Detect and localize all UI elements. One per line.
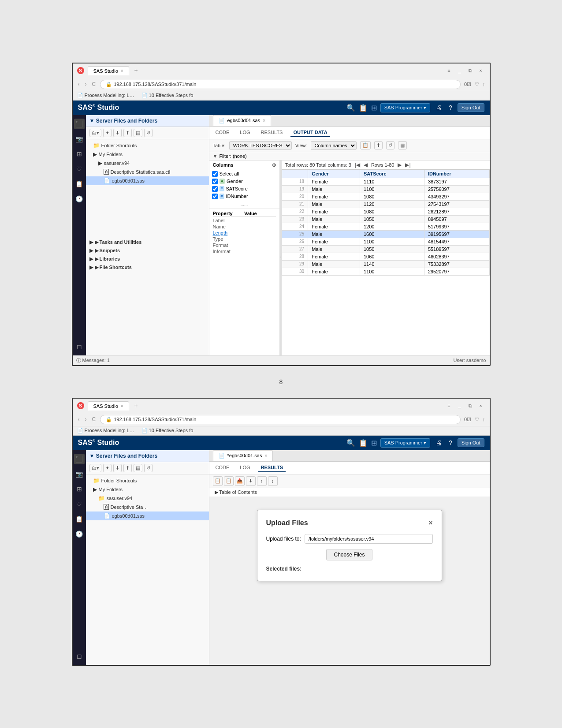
sidebar-egbs-file[interactable]: 📄 egbs00d01.sas [86,176,209,185]
properties-btn[interactable]: ▤ [134,129,142,137]
upload-path-input[interactable] [305,534,433,544]
minimize-btn[interactable]: _ [455,66,464,75]
col-item-idnumber[interactable]: # IDNumber [209,193,279,200]
sidebar-sasuser-2[interactable]: 📁 sasuser.v94 [86,494,209,503]
nav-icon-square-2[interactable]: ◻ [74,651,85,661]
prev-page-btn[interactable]: ◀ [364,162,368,168]
choose-files-btn[interactable]: Choose Files [326,549,372,560]
sidebar-desc-stats-2[interactable]: 🄰 Descriptive Sta… [86,503,209,511]
forward-btn[interactable]: › [84,81,88,87]
sidebar-title[interactable]: ▼ Server Files and Folders [86,115,209,127]
nav-icon-heart[interactable]: ♡ [74,164,85,174]
nav-icon-clock[interactable]: 🕐 [74,194,85,204]
export-btn[interactable]: ⬆ [374,141,383,149]
tab-log[interactable]: LOG [237,128,253,137]
tab-code-2[interactable]: CODE [213,463,232,472]
search-icon-2[interactable]: 🔍 [346,439,355,447]
bookmark-2[interactable]: 📄 10 Effective Steps fo [141,93,194,98]
nav-icon-doc-2[interactable]: 📋 [74,514,85,524]
print-icon[interactable]: 🖨 [434,103,443,112]
sidebar-title-2[interactable]: ▼ Server Files and Folders [86,450,209,462]
tab-results[interactable]: RESULTS [258,128,286,137]
results-btn-3[interactable]: 📤 [235,476,245,486]
close-btn[interactable]: × [476,66,485,75]
properties-btn-2[interactable]: ▤ [134,464,142,472]
col-item-gender[interactable]: A Gender [209,178,279,185]
nav-icon-home-2[interactable]: ⬛ [74,454,85,464]
results-btn-1[interactable]: 📋 [213,476,223,486]
grid-icon[interactable]: ⊞ [371,104,377,112]
tab-code[interactable]: CODE [213,128,232,137]
help-icon-2[interactable]: ? [447,438,454,447]
results-btn-2[interactable]: 📋 [224,476,234,486]
print-icon-2[interactable]: 🖨 [434,438,443,447]
nav-icon-heart-2[interactable]: ♡ [74,499,85,509]
bookmark-4[interactable]: 📄 10 Effective Steps fo [141,428,194,433]
table-view-btn[interactable]: ▤ [398,141,407,149]
new-folder-btn[interactable]: ✦ [103,129,112,137]
new-tab-btn[interactable]: + [134,67,138,74]
forward-btn-2[interactable]: › [84,416,88,422]
nav-icon-grid-2[interactable]: ⊞ [74,484,85,494]
sidebar-libraries[interactable]: ▶ ▶ Libraries [86,255,209,263]
download-btn[interactable]: ⬆ [123,129,132,137]
results-btn-4[interactable]: ⬇ [246,476,256,486]
download-btn-2[interactable]: ⬆ [123,464,132,472]
reload-btn[interactable]: C [91,81,97,87]
sidebar-snippets[interactable]: ▶ ▶ Snippets [86,246,209,255]
refresh-data-btn[interactable]: ↺ [386,141,395,149]
browser-tab-active[interactable]: SAS Studio × [88,66,129,75]
nav-icon-photo-2[interactable]: 📷 [74,469,85,479]
toc-item[interactable]: ▶ Table of Contents [209,488,490,497]
nav-icon-photo[interactable]: 📷 [74,134,85,144]
results-btn-5[interactable]: ↑ [257,476,267,486]
programmer-dropdown[interactable]: SAS Programmer ▾ [380,103,430,112]
next-page-btn[interactable]: ▶ [398,162,402,168]
editor-tab-egbs-2[interactable]: 📄 *egbs00d01.sas × [213,450,273,461]
editor-tab-egbs[interactable]: 📄 egbs00d01.sas × [213,115,271,126]
menu-btn-2[interactable]: ≡ [445,401,454,410]
tab-results-2[interactable]: RESULTS [258,463,286,472]
search-icon[interactable]: 🔍 [346,104,355,112]
upload-btn-2[interactable]: ⬇ [113,464,122,472]
sidebar-my-folders-2[interactable]: ▶ My Folders [86,485,209,494]
address-bar[interactable]: 🔒 192.168.175.128/SASStudio/371/main [100,80,461,89]
refresh-btn-2[interactable]: ↺ [144,464,153,472]
satscore-checkbox[interactable] [212,186,218,192]
sign-out-btn-2[interactable]: Sign Out [458,438,484,447]
refresh-btn[interactable]: ↺ [144,129,153,137]
tab-close-btn[interactable]: × [121,68,123,73]
view-select[interactable]: Column names [311,141,357,150]
table-select[interactable]: WORK.TESTSCORES [229,141,292,150]
col-item-satscore[interactable]: # SATScore [209,185,279,193]
tab-output-data[interactable]: OUTPUT DATA [290,128,330,137]
sidebar-egbs-2[interactable]: 📄 egbs00d01.sas [86,511,209,520]
tab-log-2[interactable]: LOG [237,463,253,472]
columns-settings-icon[interactable]: ⊕ [272,162,276,168]
new-file-btn[interactable]: 🗂▾ [89,129,101,137]
idnumber-checkbox[interactable] [212,194,218,199]
last-page-btn[interactable]: ▶| [405,162,410,168]
first-page-btn[interactable]: |◀ [355,162,360,168]
tab-close-icon[interactable]: × [263,118,265,123]
clipboard-icon[interactable]: 📋 [359,104,368,112]
dialog-close-btn[interactable]: × [428,519,432,527]
sign-out-btn[interactable]: Sign Out [458,103,484,112]
back-btn[interactable]: ‹ [77,81,81,87]
programmer-dropdown-2[interactable]: SAS Programmer ▾ [380,438,430,448]
nav-icon-square[interactable]: ◻ [74,341,85,352]
sidebar-tasks-utilities[interactable]: ▶ ▶ Tasks and Utilities [86,238,209,246]
nav-icon-clock-2[interactable]: 🕐 [74,529,85,539]
maximize-btn-2[interactable]: ⧉ [466,401,475,410]
nav-icon-doc[interactable]: 📋 [74,179,85,189]
new-file-btn-2[interactable]: 🗂▾ [89,464,101,472]
results-btn-6[interactable]: ↕ [268,476,278,486]
sidebar-folder-shortcuts-2[interactable]: 📁 Folder Shortcuts [86,476,209,485]
new-tab-btn-2[interactable]: + [134,402,138,409]
idnumber-col-header[interactable]: IDNumber [424,169,489,178]
help-icon[interactable]: ? [447,103,454,112]
satscore-col-header[interactable]: SATScore [360,169,424,178]
bookmark-3[interactable]: 📄 Process Modelling: L… [77,428,134,433]
new-folder-btn-2[interactable]: ✦ [103,464,112,472]
copy-btn[interactable]: 📋 [360,141,371,149]
